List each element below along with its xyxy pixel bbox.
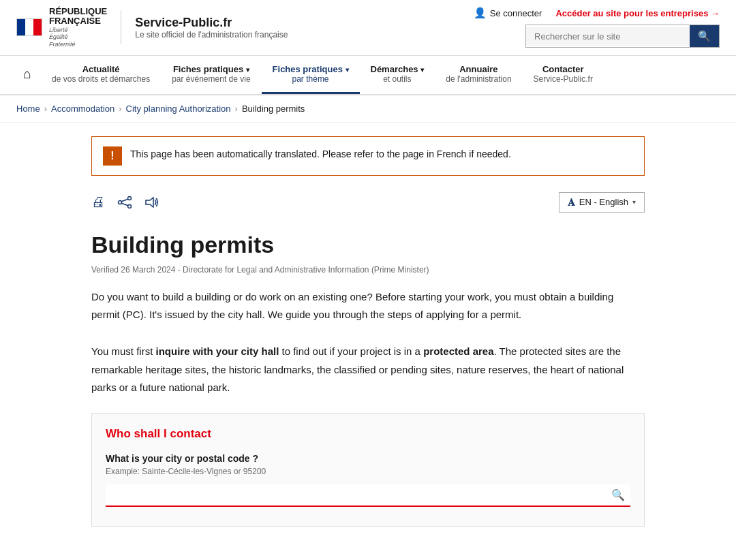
nav-item-annuaire[interactable]: Annuaire de l'administration	[435, 56, 522, 94]
nav-sublabel-demarches: et outils	[383, 74, 411, 84]
search-button[interactable]: 🔍	[690, 25, 719, 47]
nav-sublabel-fiches-evenement: par événement de vie	[172, 74, 250, 84]
search-bar: 🔍	[525, 25, 720, 48]
user-icon: 👤	[474, 7, 487, 19]
site-title: Service-Public.fr	[135, 16, 288, 30]
breadcrumb-sep-2: ›	[119, 104, 121, 114]
nav-label-fiches-evenement: Fiches pratiques ▾	[173, 64, 249, 74]
chevron-down-icon: ▾	[632, 198, 636, 206]
republic-logo	[16, 18, 42, 36]
breadcrumb-city-planning[interactable]: City planning Authorization	[126, 104, 231, 114]
republic-text: RÉPUBLIQUE FRANÇAISE Liberté Égalité Fra…	[49, 7, 107, 48]
svg-marker-5	[146, 198, 153, 207]
alert-text: This page has been automatically transla…	[130, 146, 511, 161]
breadcrumb-home[interactable]: Home	[16, 104, 40, 114]
contact-example: Example: Sainte-Cécile-les-Vignes or 952…	[106, 467, 630, 476]
svg-line-3	[121, 199, 128, 202]
nav-sublabel-contacter: Service-Public.fr	[534, 74, 593, 84]
intro-paragraph: Do you want to build a building or do wo…	[91, 288, 645, 324]
contact-search-bar: 🔍	[106, 484, 630, 507]
svg-point-0	[128, 196, 132, 200]
header-right: 👤 Se connecter Accéder au site pour les …	[474, 7, 720, 48]
body-paragraph: You must first inquire with your city ha…	[91, 343, 645, 396]
contact-title: Who shall I contact	[106, 427, 630, 441]
breadcrumb-sep-3: ›	[235, 104, 238, 114]
language-label: EN - English	[579, 197, 628, 207]
nav-label-demarches: Démarches ▾	[371, 64, 425, 74]
bold-inquire: inquire with your city hall	[155, 345, 279, 357]
nav-label-contacter: Contacter	[542, 64, 584, 74]
logo-area: RÉPUBLIQUE FRANÇAISE Liberté Égalité Fra…	[16, 7, 474, 48]
nav-item-demarches[interactable]: Démarches ▾ et outils	[360, 56, 435, 94]
verified-info: Verified 26 March 2024 - Directorate for…	[91, 265, 645, 275]
breadcrumb-sep-1: ›	[44, 104, 47, 114]
login-label: Se connecter	[490, 8, 542, 18]
header: RÉPUBLIQUE FRANÇAISE Liberté Égalité Fra…	[0, 0, 736, 56]
svg-point-2	[119, 200, 122, 204]
nav-label-annuaire: Annuaire	[459, 64, 497, 74]
print-icon[interactable]: 🖨	[91, 194, 105, 210]
contact-box: Who shall I contact What is your city or…	[91, 413, 645, 527]
nav-sublabel-fiches-theme: par thème	[292, 74, 329, 84]
bold-protected: protected area	[423, 345, 493, 357]
nav-label-fiches-theme: Fiches pratiques ▾	[273, 64, 349, 74]
language-selector[interactable]: 𝐀 EN - English ▾	[559, 192, 645, 213]
article-toolbar: 🖨 𝐀 EN	[91, 192, 645, 213]
enterprise-link[interactable]: Accéder au site pour les entreprises →	[555, 8, 720, 18]
french-flag	[16, 18, 42, 36]
alert-icon: !	[103, 146, 122, 166]
breadcrumb-accommodation[interactable]: Accommodation	[51, 104, 114, 114]
breadcrumb: Home › Accommodation › City planning Aut…	[0, 95, 736, 123]
contact-search-input[interactable]	[111, 490, 611, 501]
nav-sublabel-annuaire: de l'administration	[446, 74, 511, 84]
home-icon: ⌂	[23, 66, 31, 82]
main-content: ! This page has been automatically trans…	[75, 123, 661, 560]
nav-item-actualite[interactable]: Actualité de vos droits et démarches	[41, 56, 161, 94]
toolbar-left: 🖨	[91, 194, 159, 210]
nav-sublabel-actualite: de vos droits et démarches	[52, 74, 150, 84]
translation-alert: ! This page has been automatically trans…	[91, 136, 645, 176]
svg-line-4	[121, 203, 128, 206]
svg-point-1	[128, 204, 132, 208]
nav-label-actualite: Actualité	[82, 64, 120, 74]
share-icon[interactable]	[117, 196, 132, 208]
nav-home[interactable]: ⌂	[14, 56, 41, 94]
site-branding: Service-Public.fr Le site officiel de l'…	[135, 16, 288, 40]
page-title: Building permits	[91, 232, 645, 258]
breadcrumb-current: Building permits	[242, 104, 305, 114]
nav-item-fiches-theme[interactable]: Fiches pratiques ▾ par thème	[262, 56, 360, 94]
search-icon: 🔍	[698, 30, 711, 42]
site-subtitle: Le site officiel de l'administration fra…	[135, 30, 288, 40]
nav-item-fiches-evenement[interactable]: Fiches pratiques ▾ par événement de vie	[161, 56, 261, 94]
search-input[interactable]	[526, 27, 690, 46]
contact-search-icon[interactable]: 🔍	[611, 488, 625, 501]
nav-item-contacter[interactable]: Contacter Service-Public.fr	[523, 56, 604, 94]
listen-icon[interactable]	[144, 196, 159, 208]
main-nav: ⌂ Actualité de vos droits et démarches F…	[0, 56, 736, 95]
login-button[interactable]: 👤 Se connecter	[474, 7, 542, 19]
contact-label: What is your city or postal code ?	[106, 453, 630, 464]
translate-icon: 𝐀	[568, 196, 575, 208]
